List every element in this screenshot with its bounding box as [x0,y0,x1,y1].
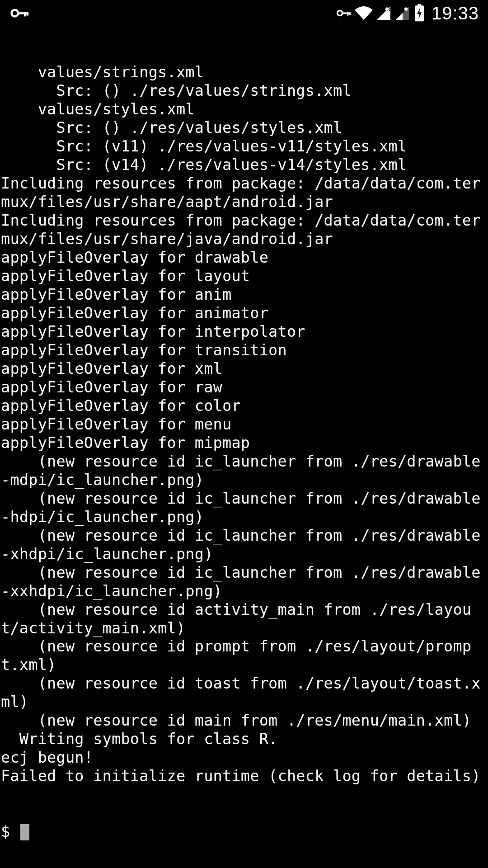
cellular-signal-1-icon: ✕ [375,5,392,21]
status-bar: ✕ 19:33 [0,0,488,26]
status-bar-clock: 19:33 [432,3,479,24]
terminal-cursor [20,824,29,840]
svg-point-4 [337,10,342,15]
status-bar-right: ✕ 19:33 [335,3,479,24]
svg-rect-10 [418,4,421,6]
svg-rect-6 [347,12,348,15]
terminal-output-text: values/strings.xml Src: () ./res/values/… [1,63,487,786]
terminal-viewport[interactable]: values/strings.xml Src: () ./res/values/… [0,26,488,860]
svg-rect-7 [349,12,351,15]
prompt-symbol: $ [1,823,19,841]
svg-rect-2 [24,12,26,16]
svg-point-0 [12,10,19,17]
battery-charging-icon [413,4,425,22]
cellular-signal-2-icon [394,5,411,21]
svg-rect-5 [342,12,350,14]
wifi-icon [355,4,373,22]
svg-rect-3 [27,12,29,15]
terminal-prompt-line[interactable]: $ [1,823,487,841]
vpn-key-icon [335,5,352,22]
status-bar-left [9,3,29,23]
vpn-key-icon [9,3,29,23]
